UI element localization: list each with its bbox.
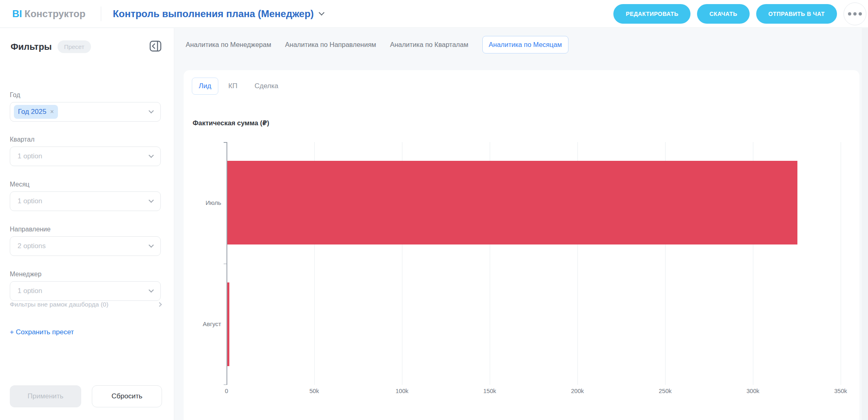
header-actions: РЕДАКТИРОВАТЬ СКАЧАТЬ ОТПРАВИТЬ В ЧАТ (613, 2, 866, 25)
header: BIКонструктор Контроль выполнения плана … (0, 0, 868, 28)
filter-group-quarter: Квартал 1 option (10, 136, 161, 166)
chart-card: Лид КП Сделка Фактическая сумма (₽) 050k… (184, 70, 859, 420)
outside-dashboard-filters-row[interactable]: Фильтры вне рамок дашборда (0) (10, 301, 163, 308)
tab-analytics-managers[interactable]: Аналитика по Менеджерам (186, 36, 271, 53)
tab-lead[interactable]: Лид (192, 78, 218, 95)
sidebar-footer: Применить Сбросить (10, 385, 162, 407)
chevron-down-icon (149, 198, 154, 203)
x-axis-tick-label: 300k (741, 388, 765, 394)
remove-chip-icon[interactable]: × (50, 109, 54, 115)
quarter-select-value: 1 option (18, 152, 42, 160)
page-scrollbar[interactable] (862, 28, 868, 420)
collapse-panel-icon (149, 40, 162, 52)
download-button[interactable]: СКАЧАТЬ (697, 4, 749, 24)
manager-select-value: 1 option (18, 287, 42, 295)
tab-kp[interactable]: КП (222, 78, 244, 95)
month-select[interactable]: 1 option (10, 191, 161, 211)
y-axis-tick (224, 142, 226, 143)
more-dots-icon (848, 12, 851, 16)
x-axis-tick-label: 200k (565, 388, 590, 394)
filter-label: Квартал (10, 136, 161, 143)
chevron-down-icon (149, 242, 154, 248)
x-axis-tick-label: 350k (828, 388, 853, 394)
chart-plot: 050k100k150k200k250k300k350kИюльАвгуст (226, 142, 841, 385)
direction-select[interactable]: 2 options (10, 236, 161, 256)
apply-button[interactable]: Применить (10, 385, 81, 407)
manager-select[interactable]: 1 option (10, 281, 161, 301)
y-axis-category-label: Июль (184, 199, 221, 206)
logo-bi: BI (12, 8, 22, 19)
tab-analytics-directions[interactable]: Аналитика по Направлениям (285, 36, 376, 53)
tab-analytics-months[interactable]: Аналитика по Месяцам (482, 36, 568, 53)
filter-group-manager: Менеджер 1 option (10, 271, 161, 301)
tab-analytics-quarters[interactable]: Аналитика по Кварталам (390, 36, 468, 53)
page: BIКонструктор Контроль выполнения плана … (0, 0, 868, 420)
sidebar-header: Фильтры Пресет (0, 28, 174, 54)
chevron-down-icon (149, 153, 154, 158)
year-chip: Год 2025 × (14, 105, 58, 119)
year-select[interactable]: Год 2025 × (10, 102, 161, 122)
filter-group-year: Год Год 2025 × (10, 91, 161, 122)
quarter-select[interactable]: 1 option (10, 147, 161, 166)
filters-title: Фильтры (11, 42, 52, 52)
filter-label: Месяц (10, 181, 161, 188)
filter-label: Менеджер (10, 271, 161, 278)
tab-deal[interactable]: Сделка (248, 78, 285, 95)
collapse-sidebar-button[interactable] (149, 40, 162, 54)
x-axis-tick-label: 100k (390, 388, 414, 394)
chart-title: Фактическая сумма (₽) (193, 119, 269, 127)
x-axis-tick-label: 50k (302, 388, 326, 394)
reset-button[interactable]: Сбросить (92, 385, 162, 407)
logo-name: Конструктор (24, 8, 85, 19)
more-options-button[interactable] (844, 2, 866, 25)
x-axis-tick-label: 150k (477, 388, 502, 394)
filter-label: Направление (10, 226, 161, 233)
bar-Июль[interactable] (227, 161, 798, 244)
filter-label: Год (10, 91, 161, 99)
chevron-down-icon (149, 108, 154, 113)
x-axis-tick-label: 0 (214, 388, 239, 394)
y-axis-tick (224, 384, 226, 385)
chart-stage-tabs: Лид КП Сделка (192, 78, 285, 95)
chevron-down-icon (149, 287, 154, 293)
bar-Август[interactable] (227, 282, 229, 366)
outside-filters-label: Фильтры вне рамок дашборда (0) (10, 301, 109, 308)
dashboard-title: Контроль выполнения плана (Менеджер) (113, 8, 313, 20)
chevron-down-icon (319, 9, 324, 15)
app-logo: BIКонструктор (12, 8, 85, 20)
preset-badge: Пресет (58, 40, 91, 53)
month-select-value: 1 option (18, 197, 42, 205)
analytics-tabs: Аналитика по Менеджерам Аналитика по Нап… (186, 36, 568, 53)
dashboard-title-dropdown[interactable]: Контроль выполнения плана (Менеджер) (113, 8, 323, 20)
y-axis-category-label: Август (184, 320, 221, 327)
year-chip-label: Год 2025 (18, 108, 47, 116)
header-divider (101, 7, 101, 21)
gridline (841, 142, 841, 385)
filter-group-month: Месяц 1 option (10, 181, 161, 211)
save-preset-link[interactable]: + Сохранить пресет (10, 328, 74, 336)
filters-sidebar: Фильтры Пресет Год Год 2025 × Квар (0, 28, 174, 420)
filter-group-direction: Направление 2 options (10, 226, 161, 256)
x-axis-tick-label: 250k (653, 388, 677, 394)
edit-button[interactable]: РЕДАКТИРОВАТЬ (613, 4, 690, 24)
direction-select-value: 2 options (18, 242, 46, 250)
y-axis-tick (224, 264, 226, 264)
send-to-chat-button[interactable]: ОТПРАВИТЬ В ЧАТ (756, 4, 837, 24)
chevron-right-icon (157, 302, 162, 307)
